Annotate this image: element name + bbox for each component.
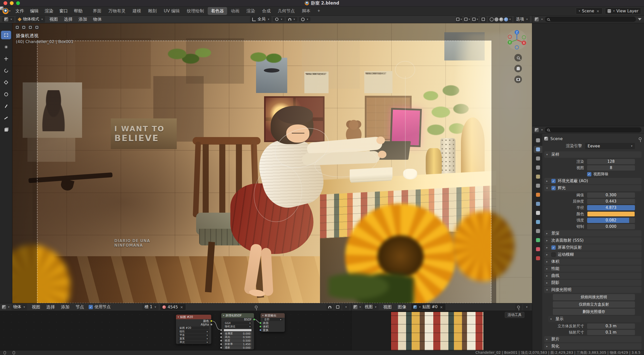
image-texture-node-field[interactable]: 贴图 #20 [178,327,209,330]
modifiers-tab[interactable] [534,200,542,207]
display-value-field[interactable]: 0.1 m [587,330,635,335]
active-tool-tab[interactable]: 活动工具 [505,312,524,318]
sss-panel-header[interactable]: ▸次表面散射 (SSS) [544,237,641,244]
sampling-panel-header[interactable]: ▾采样 [544,151,641,158]
shader-menu-item[interactable]: 添加 [58,303,73,311]
outliner-search-input[interactable] [551,17,634,22]
indirect-lighting-button[interactable]: 烘焙间接光照明 [553,294,635,300]
navigation-gizmo[interactable]: Z Y X [506,29,527,50]
measure-tool-icon[interactable] [1,114,11,122]
output-socket-icon[interactable] [253,318,255,321]
app-menu-item[interactable]: 文件 [13,7,27,15]
workspace-tab[interactable]: 着色器 [208,7,227,15]
image-texture-node-select[interactable]: 重复▾ [178,337,209,340]
principled-bsdf-node-number-field[interactable]: 透射0.000 [224,346,252,349]
app-menu-item[interactable]: 编辑 [27,7,42,15]
display-value-field[interactable]: 0.3 m [587,324,635,329]
workspace-tab[interactable]: 合成 [259,7,274,15]
bloom-color-swatch[interactable] [587,211,635,217]
workspace-tab[interactable]: 界面 [90,7,105,15]
box-select-tool-icon[interactable] [1,31,11,39]
particles-tab[interactable] [534,209,542,216]
outliner-editor-icon[interactable] [535,17,539,21]
workspace-tab[interactable]: 纹理绘制 [184,7,207,15]
viewport-menu-item[interactable]: 视图 [46,15,61,23]
tool-tab[interactable] [534,137,542,144]
properties-editor-icon[interactable] [535,128,539,132]
scene-unlink-icon[interactable]: × [596,9,600,13]
indirect-lighting-button[interactable]: 删除光照缓存 [553,309,635,315]
minimize-button[interactable] [10,1,14,5]
rotate-tool-icon[interactable] [1,66,11,75]
workspace-tab[interactable]: UV 编辑 [161,7,183,15]
workspace-tab[interactable]: 渲染 [243,7,258,15]
solid-shading-icon[interactable] [494,17,498,21]
annotate-tool-icon[interactable] [1,102,11,110]
bloom-value-field[interactable]: 0.300 [587,192,635,198]
viewport-menu-item[interactable]: 物体 [90,15,105,23]
performance-panel-header[interactable]: ▸性能 [544,266,641,272]
material-slot-selector[interactable]: 槽 1 ▾ [142,304,158,310]
mini-toggle-icon[interactable] [27,25,33,30]
scene-tab[interactable] [534,173,542,180]
gizmos-toggle-button[interactable]: ▾ [464,16,471,22]
transform-tool-icon[interactable] [1,90,11,99]
pin-icon[interactable] [255,306,258,308]
render-tab[interactable] [534,146,542,153]
scale-tool-icon[interactable] [1,78,11,87]
image-unlink-icon[interactable]: × [439,305,443,309]
mini-toggle-icon[interactable] [21,25,26,30]
bloom-panel-header[interactable]: ▾✓辉光 [544,185,641,191]
camera-view-icon[interactable] [514,76,522,83]
render-engine-select[interactable]: Eevee ▾ [585,143,635,149]
input-socket-icon[interactable] [259,322,262,324]
image-editor-icon[interactable] [353,305,357,309]
image-texture-node-select[interactable]: 线性▾ [178,330,209,333]
ssr-checkbox[interactable]: ✓ [551,245,556,250]
workspace-tab[interactable]: 万物有灵 [105,7,129,15]
shadows-panel-header[interactable]: ▸阴影 [544,280,641,286]
principled-bsdf-node-number-field[interactable]: 高光0.500 [224,336,252,339]
bloom-value-field[interactable]: 0.443 [587,199,635,204]
ambient-occlusion-panel-header[interactable]: ▸✓环境光遮蔽 (AO) [544,178,641,184]
principled-bsdf-node-header[interactable]: ▾原理化BSDF [221,313,254,318]
object-data-tab[interactable] [534,237,542,244]
snap-node-icon[interactable] [326,304,333,310]
material-unlink-icon[interactable]: × [180,305,184,309]
shader-menu-item[interactable]: 视图 [29,303,43,311]
principled-bsdf-node-number-field[interactable]: 糙度0.500 [224,339,252,342]
overlays-toggle-button[interactable]: ▾ [472,16,479,22]
image-texture-node[interactable]: ▾贴图 #20颜色Alpha贴图 #20线性▾平直▾重复▾单次▾ [176,314,211,344]
pan-hand-icon[interactable] [514,65,522,72]
motion-blur-panel-header[interactable]: ▸运动模糊 [544,251,641,258]
options-button[interactable]: 选项 ▾ [514,16,530,22]
zoom-icon[interactable] [514,54,522,61]
xray-toggle-button[interactable] [480,16,487,22]
output-socket-icon[interactable] [210,320,212,322]
image-pin-icon[interactable] [515,304,522,310]
mini-toggle-icon[interactable] [34,25,40,30]
film-panel-header[interactable]: ▸胶片 [544,336,641,342]
ambient-occlusion-checkbox[interactable]: ✓ [551,179,556,183]
image-datablock[interactable]: ▾ 贴图 #0 × [411,303,446,311]
mini-toggle-icon[interactable] [14,25,20,30]
input-socket-icon[interactable] [220,329,222,331]
outliner-body[interactable] [532,23,644,126]
cursor-tool-icon[interactable] [1,43,11,51]
pivot-point-selector[interactable]: ▾ [273,17,284,21]
bloom-value-field[interactable]: 0.082 [587,218,635,223]
principled-bsdf-node-number-field[interactable]: 金属度0.000 [224,332,252,335]
motion-blur-checkbox[interactable] [551,252,556,257]
display-panel-header[interactable]: ▾显示 [548,316,641,322]
move-tool-icon[interactable] [1,54,11,63]
zoom-button[interactable] [16,1,20,5]
add-workspace-button[interactable]: + [315,8,323,14]
input-socket-icon[interactable] [220,336,222,338]
bloom-value-field[interactable]: 4.873 [587,205,635,210]
shader-menu-item[interactable]: 节点 [73,303,87,311]
close-button[interactable] [4,1,7,5]
snapping-toggle[interactable]: ▾ [286,17,297,21]
input-socket-icon[interactable] [259,326,262,328]
bloom-checkbox[interactable]: ✓ [551,186,556,190]
pin-icon[interactable] [639,137,641,140]
